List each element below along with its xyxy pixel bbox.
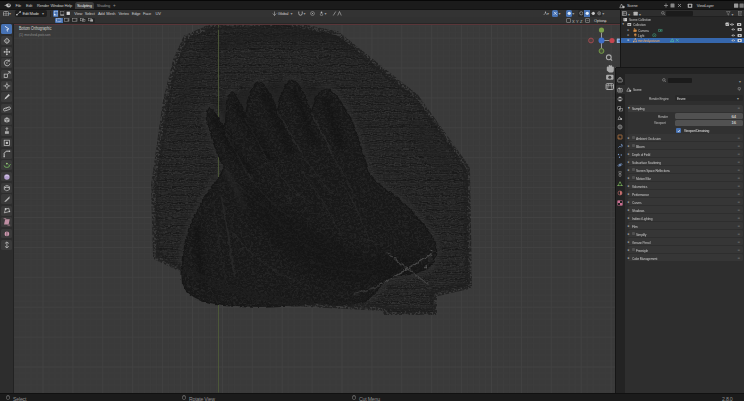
svg-text:Bottom Orthographic: Bottom Orthographic (18, 26, 51, 31)
svg-text:(1) meshed-poisson: (1) meshed-poisson (18, 32, 50, 37)
